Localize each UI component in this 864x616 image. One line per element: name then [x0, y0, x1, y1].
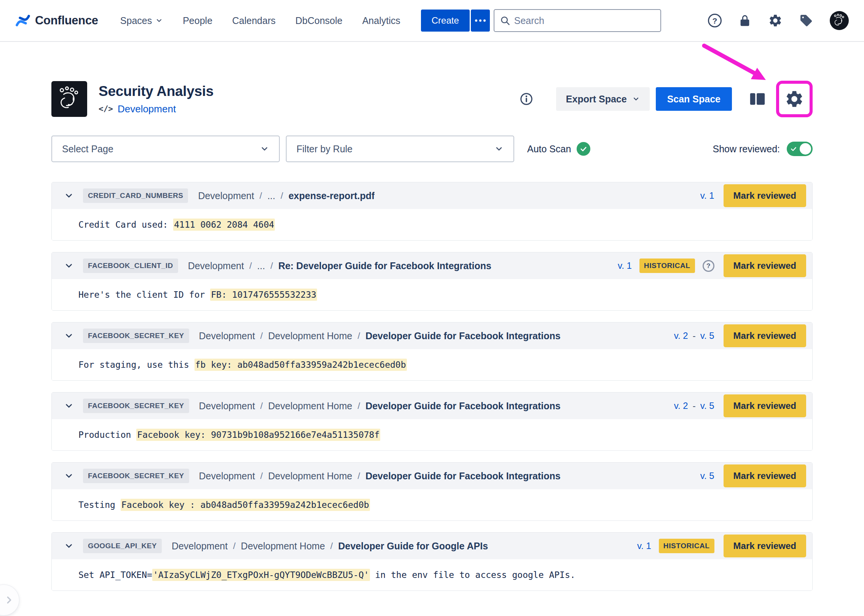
ellipsis-icon — [475, 19, 477, 22]
search-box[interactable] — [494, 9, 661, 32]
mark-reviewed-button[interactable]: Mark reviewed — [724, 394, 806, 417]
search-input[interactable] — [514, 15, 655, 26]
breadcrumb-item[interactable]: Development Home — [268, 330, 352, 342]
breadcrumb-item[interactable]: Development Home — [268, 401, 352, 412]
finding-card: GOOGLE_API_KEY Development / Development… — [51, 532, 813, 591]
auto-scan-label: Auto Scan — [527, 144, 571, 155]
scan-space-button[interactable]: Scan Space — [656, 87, 732, 111]
breadcrumb-item[interactable]: Development Home — [241, 541, 325, 552]
space-link[interactable]: Development — [118, 103, 176, 115]
mark-reviewed-button[interactable]: Mark reviewed — [724, 254, 806, 277]
finding-actions: v. 5 Mark reviewed — [700, 464, 806, 487]
breadcrumb-item-page[interactable]: expense-report.pdf — [289, 190, 375, 201]
breadcrumb-item[interactable]: Development — [199, 330, 255, 342]
breadcrumb-item[interactable]: Development — [199, 401, 255, 412]
breadcrumb-item[interactable]: Development — [198, 190, 254, 201]
breadcrumb-item[interactable]: Development — [172, 541, 228, 552]
finding-header[interactable]: CREDIT_CARD_NUMBERS Development / ... / … — [52, 182, 812, 209]
nav-item-analytics[interactable]: Analytics — [362, 15, 400, 26]
export-space-label: Export Space — [566, 94, 627, 105]
nav-icon-cluster: ? — [708, 11, 849, 30]
collapse-button[interactable] — [64, 471, 74, 481]
breadcrumb-item-page[interactable]: Developer Guide for Google APIs — [338, 541, 488, 552]
version-link[interactable]: v. 5 — [700, 401, 714, 411]
finding-snippet: Production Facebook key: 90731b9b108a952… — [52, 419, 812, 450]
mark-reviewed-button[interactable]: Mark reviewed — [724, 324, 806, 347]
chevron-down-icon — [64, 471, 74, 481]
breadcrumb-item[interactable]: Development — [199, 471, 255, 482]
collapse-button[interactable] — [64, 541, 74, 551]
version-link[interactable]: v. 2 — [674, 401, 688, 411]
admin-lock-button[interactable] — [738, 14, 751, 27]
help-icon: ? — [708, 14, 722, 27]
help-button[interactable]: ? — [708, 14, 722, 27]
layout-icon — [749, 90, 766, 108]
breadcrumb: Development / Development Home / Develop… — [199, 330, 561, 342]
rule-badge: FACEBOOK_SECRET_KEY — [83, 399, 189, 413]
collapse-button[interactable] — [64, 331, 74, 341]
breadcrumb-item[interactable]: ... — [257, 260, 265, 271]
finding-header[interactable]: GOOGLE_API_KEY Development / Development… — [52, 533, 812, 559]
breadcrumb-item[interactable]: Development — [188, 260, 244, 271]
main-content: Security Analysis </> Development Export… — [51, 81, 813, 591]
version-link[interactable]: v. 5 — [700, 471, 714, 481]
mark-reviewed-button[interactable]: Mark reviewed — [724, 184, 806, 207]
version-link[interactable]: v. 1 — [637, 541, 651, 551]
show-reviewed-control: Show reviewed: — [713, 142, 813, 156]
breadcrumb-item-page[interactable]: Developer Guide for Facebook Integration… — [365, 330, 561, 342]
nav-item-people[interactable]: People — [183, 15, 212, 26]
nav-item-dbconsole[interactable]: DbConsole — [295, 15, 343, 26]
panel-layout-button[interactable] — [749, 90, 766, 108]
finding-snippet: For staging, use this fb key: ab048ad50f… — [52, 349, 812, 380]
show-reviewed-toggle[interactable] — [787, 142, 813, 156]
create-button[interactable]: Create — [421, 10, 470, 32]
collapse-button[interactable] — [64, 401, 74, 411]
breadcrumb-separator: / — [357, 401, 360, 411]
collapse-button[interactable] — [64, 261, 74, 271]
finding-header[interactable]: FACEBOOK_SECRET_KEY Development / Develo… — [52, 322, 812, 349]
create-overflow-button[interactable] — [471, 10, 490, 32]
finding-snippet: Here's the client ID for FB: 10174765555… — [52, 279, 812, 310]
finding-header[interactable]: FACEBOOK_CLIENT_ID Development / ... / R… — [52, 252, 812, 279]
lock-icon — [738, 14, 751, 27]
historical-help-icon[interactable]: ? — [703, 260, 714, 272]
chevron-down-icon — [155, 17, 163, 24]
collapse-button[interactable] — [64, 191, 74, 201]
version-range: v. 5 — [700, 471, 714, 481]
drawer-expand-button[interactable] — [0, 585, 19, 615]
breadcrumb-item[interactable]: Development Home — [268, 471, 352, 482]
user-avatar[interactable] — [830, 11, 849, 30]
info-icon[interactable] — [520, 92, 533, 106]
mark-reviewed-button[interactable]: Mark reviewed — [724, 535, 806, 557]
finding-header[interactable]: FACEBOOK_SECRET_KEY Development / Develo… — [52, 393, 812, 419]
space-settings-button[interactable] — [784, 89, 804, 109]
breadcrumb-item-page[interactable]: Re: Developer Guide for Facebook Integra… — [278, 260, 491, 271]
nav-item-spaces[interactable]: Spaces — [120, 15, 163, 26]
label-button[interactable] — [799, 14, 813, 27]
page-header: Security Analysis </> Development Export… — [51, 81, 813, 117]
confluence-logo[interactable]: Confluence — [15, 13, 98, 28]
version-link[interactable]: v. 2 — [674, 330, 688, 341]
version-link[interactable]: v. 1 — [700, 190, 714, 201]
show-reviewed-label: Show reviewed: — [713, 144, 780, 155]
chevron-right-icon — [3, 594, 15, 606]
breadcrumb-item-page[interactable]: Developer Guide for Facebook Integration… — [365, 471, 561, 482]
version-link[interactable]: v. 5 — [700, 330, 714, 341]
breadcrumb-item-page[interactable]: Developer Guide for Facebook Integration… — [365, 401, 561, 412]
settings-nav-button[interactable] — [768, 13, 783, 28]
filter-rule-dropdown[interactable]: Filter by Rule — [286, 136, 514, 162]
export-space-button[interactable]: Export Space — [556, 87, 650, 111]
select-page-dropdown[interactable]: Select Page — [51, 136, 280, 162]
chevron-down-icon — [64, 261, 74, 271]
finding-header[interactable]: FACEBOOK_SECRET_KEY Development / Develo… — [52, 463, 812, 489]
gear-icon — [768, 13, 783, 28]
breadcrumb: Development / Development Home / Develop… — [199, 401, 561, 412]
chevron-down-icon — [494, 144, 504, 153]
mark-reviewed-button[interactable]: Mark reviewed — [724, 464, 806, 487]
chevron-down-icon — [260, 144, 269, 153]
nav-item-calendars[interactable]: Calendars — [232, 15, 276, 26]
breadcrumb-item[interactable]: ... — [267, 190, 275, 201]
finding-card: FACEBOOK_SECRET_KEY Development / Develo… — [51, 462, 813, 521]
version-link[interactable]: v. 1 — [618, 260, 632, 271]
snippet-highlight: FB: 1017476555532233 — [210, 289, 317, 301]
